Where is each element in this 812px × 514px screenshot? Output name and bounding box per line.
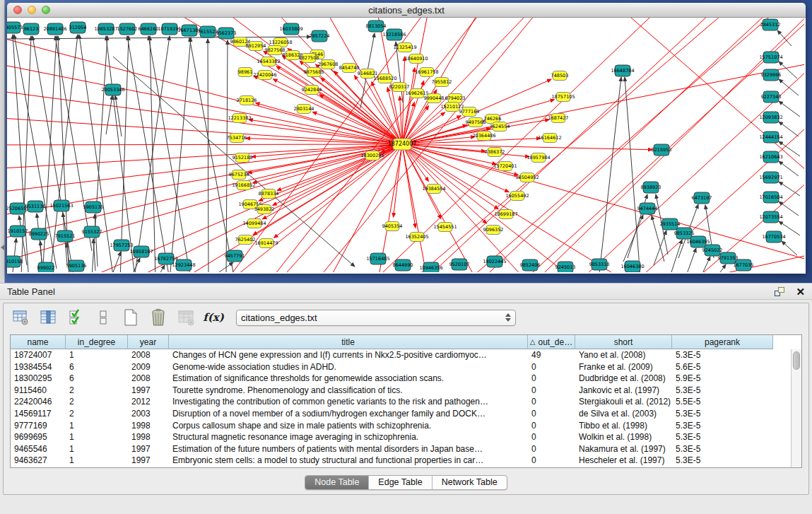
graph-node-yellow[interactable]: 7534716	[227, 134, 247, 143]
black-edge[interactable]	[127, 36, 170, 272]
graph-node-yellow[interactable]: 18300295	[360, 151, 384, 160]
black-edge[interactable]	[134, 36, 170, 272]
graph-node-teal[interactable]: 16210643	[759, 151, 782, 163]
column-header-year[interactable]: year	[128, 335, 169, 349]
graph-node-teal[interactable]: 7615523	[198, 26, 218, 37]
graph-node-yellow[interactable]: 748503	[551, 71, 569, 81]
graph-node-teal[interactable]: 10653287	[94, 23, 117, 35]
graph-node-yellow[interactable]: 18757105	[551, 93, 575, 102]
graph-node-yellow[interactable]: 16164612	[538, 134, 561, 143]
graph-node-yellow[interactable]: 7386372	[485, 148, 505, 157]
graph-node-yellow[interactable]: 98961	[238, 68, 253, 77]
graph-node-teal[interactable]: 9853318	[589, 259, 610, 270]
graph-node-teal[interactable]: 8644990	[393, 259, 413, 271]
graph-node-teal[interactable]: 16046380	[620, 261, 644, 272]
graph-node-yellow[interactable]: 3624554	[490, 122, 510, 132]
graph-node-yellow[interactable]: 18957984	[526, 153, 550, 163]
graph-node-yellow[interactable]: 7625402	[235, 235, 256, 245]
column-header-short[interactable]: short	[575, 335, 672, 349]
graph-node-teal[interactable]: 1527602	[117, 23, 138, 35]
close-window-icon[interactable]	[13, 6, 22, 14]
graph-node-teal[interactable]: 1677035	[734, 259, 754, 271]
graph-node-yellow[interactable]: 15688520	[373, 74, 396, 83]
graph-node-teal[interactable]: 9520107	[449, 259, 470, 270]
graph-node-teal[interactable]: 8215953	[652, 144, 672, 156]
graph-node-yellow[interactable]: 8454749	[339, 64, 360, 73]
red-edge[interactable]	[277, 144, 402, 190]
graph-node-yellow[interactable]: 16961758	[415, 68, 438, 77]
table-row[interactable]: 1830029562008Estimation of significance …	[11, 373, 791, 385]
table-row[interactable]: 946554611997Estimation of the future num…	[11, 443, 791, 455]
graph-node-teal[interactable]: 9562373	[216, 28, 237, 39]
graph-node-teal[interactable]: 312054	[69, 22, 87, 33]
graph-node-yellow[interactable]: 22420046	[253, 71, 276, 80]
black-edge[interactable]	[702, 257, 710, 272]
graph-node-teal[interactable]: 15021563	[49, 200, 73, 211]
graph-node-teal[interactable]: 9852406	[520, 259, 541, 271]
black-edge[interactable]	[120, 36, 129, 272]
black-edge[interactable]	[717, 264, 726, 272]
graph-node-yellow[interactable]: 12213383	[228, 114, 251, 123]
graph-node-yellow[interactable]: 10699187	[494, 210, 517, 219]
graph-node-yellow[interactable]: 18504952	[515, 173, 539, 182]
graph-node-yellow[interactable]: 9405354	[382, 222, 403, 231]
graph-node-yellow[interactable]: 9827508	[299, 54, 319, 63]
graph-node-yellow[interactable]: 8912954	[246, 42, 266, 51]
table-row[interactable]: 946362711997Embryonic stem cells: a mode…	[11, 455, 791, 467]
graph-node-yellow[interactable]: 9675234	[229, 170, 249, 180]
black-edge[interactable]	[687, 248, 696, 272]
graph-node-teal[interactable]: 12093832	[759, 112, 782, 123]
table-row[interactable]: 1456911722003Disruption of a novel membe…	[11, 408, 791, 420]
table-selector-dropdown[interactable]: citations_edges.txt	[236, 310, 516, 326]
graph-node-yellow[interactable]: 2718126	[237, 96, 257, 105]
float-panel-icon[interactable]	[775, 287, 784, 296]
graph-node-yellow[interactable]: 20364486	[472, 132, 495, 141]
graph-node-teal[interactable]: 8990225	[29, 228, 49, 240]
red-edge[interactable]	[318, 144, 402, 272]
red-edge[interactable]	[402, 60, 804, 144]
graph-node-yellow[interactable]: 9777169	[459, 107, 480, 117]
red-edge[interactable]	[7, 144, 402, 244]
graph-node-teal[interactable]: 20053346	[101, 84, 124, 95]
black-edge[interactable]	[106, 95, 112, 134]
graph-node-yellow[interactable]: 7955812	[432, 78, 452, 87]
graph-node-teal[interactable]: 7857224	[310, 30, 330, 42]
graph-node-teal[interactable]: 15692971	[759, 172, 782, 183]
black-edge[interactable]	[7, 37, 311, 39]
graph-node-teal[interactable]: 20891406	[43, 23, 66, 35]
graph-node-yellow[interactable]: 8878334	[259, 189, 279, 199]
red-edge[interactable]	[273, 79, 402, 144]
tab-edge-table[interactable]: Edge Table	[369, 476, 432, 489]
graph-node-teal[interactable]: 12444154	[759, 132, 782, 143]
delete-column-trash-icon[interactable]	[148, 307, 169, 328]
graph-node-yellow[interactable]: 16055492	[505, 192, 529, 201]
red-edge[interactable]	[254, 76, 402, 144]
graph-node-yellow[interactable]: 16914479	[254, 239, 278, 248]
graph-node-teal[interactable]: 18022445	[483, 256, 506, 267]
red-edge[interactable]	[402, 144, 652, 150]
graph-node-teal[interactable]: 9245013	[555, 262, 576, 272]
table-row[interactable]: 1938455462009Genome-wide association stu…	[11, 361, 791, 373]
graph-node-teal[interactable]: 899022	[37, 262, 55, 272]
graph-node-teal[interactable]: 8938923	[641, 182, 661, 193]
graph-node-yellow[interactable]: 16352405	[405, 233, 428, 242]
graph-node-teal[interactable]: 9227343	[761, 91, 782, 103]
black-edge[interactable]	[208, 39, 208, 272]
red-edge[interactable]	[253, 144, 402, 183]
black-edge[interactable]	[779, 62, 797, 78]
column-header-pagerank[interactable]: pagerank	[672, 335, 773, 349]
row-height-icon[interactable]	[93, 307, 114, 328]
graph-node-yellow[interactable]: 9875685	[304, 68, 324, 77]
graph-node-teal[interactable]: 16033809	[279, 23, 302, 35]
black-edge[interactable]	[113, 252, 121, 272]
black-edge[interactable]	[779, 161, 799, 176]
graph-node-teal[interactable]: 8813054	[366, 21, 387, 32]
black-edge[interactable]	[779, 182, 800, 196]
black-edge[interactable]	[623, 215, 643, 262]
red-edge[interactable]	[459, 18, 777, 272]
scrollbar-thumb[interactable]	[793, 351, 800, 370]
graph-node-yellow[interactable]: 6794023	[445, 94, 466, 103]
graph-node-teal[interactable]: 5905136	[66, 260, 87, 271]
table-row[interactable]: 1872400712008Changes of HCN gene express…	[11, 349, 791, 361]
graph-node-teal[interactable]: 7915521	[55, 230, 76, 242]
